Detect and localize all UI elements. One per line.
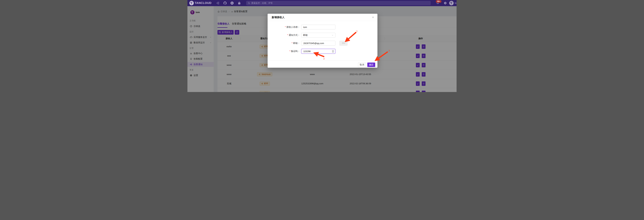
email-field [301,41,336,46]
lock-icon[interactable] [238,1,241,5]
countdown-button[interactable]: 35s [340,41,348,46]
receiver-name-field [301,25,336,29]
form-row-method: *通知方式： 邮箱 [268,33,336,37]
required-mark: * [292,42,292,44]
modal-title: 新增接收人 [272,14,284,21]
app-root: tom 主导航 仪表盘 监控 应用服务监控 数据库监控 告警 告警中心 告警配置 [188,0,456,92]
cancel-button[interactable]: 取消 [358,63,366,67]
selected-option: 邮箱 [303,34,308,37]
receiver-name-input[interactable] [302,25,335,29]
step-up-icon[interactable]: ▲ [332,50,334,51]
settings-gear-icon[interactable] [444,1,447,5]
notification-badge: 99+ [436,0,442,3]
search-input[interactable] [251,2,429,4]
confirm-button[interactable]: 确定 [367,63,375,67]
required-mark: * [287,34,288,36]
brand-name: TANCLOUD [195,0,212,6]
search-bar [246,1,431,5]
field-label: *验证码： [268,50,300,53]
close-icon[interactable]: ✕ [371,14,375,21]
verify-code-input[interactable] [302,49,335,53]
tancloud-logo [189,1,194,5]
field-label: *通知方式： [268,34,300,37]
navbar-username: tom [455,0,456,6]
form-row-code: *验证码： ▲▼ [268,49,336,54]
search-icon [248,2,250,4]
github-icon[interactable] [224,1,226,5]
modal-header: 新增接收人 ✕ [268,14,378,21]
required-mark: * [285,26,286,28]
verify-code-field: ▲▼ [301,49,336,54]
user-avatar[interactable] [449,1,454,5]
svg-text:G: G [231,2,233,4]
gitee-icon[interactable]: G [230,1,234,5]
form-row-email: *邮箱： 35s [268,41,336,46]
form-row-name: *接收人名称： [268,25,336,29]
required-mark: * [290,50,290,52]
step-down-icon[interactable]: ▼ [332,51,334,53]
notify-method-select[interactable]: 邮箱 [301,33,336,37]
field-label: *邮箱： [268,42,300,45]
chevron-down-icon [332,34,334,36]
number-stepper[interactable]: ▲▼ [332,50,334,53]
add-receiver-modal: 新增接收人 ✕ *接收人名称： *通知方式： 邮箱 *邮箱： 35s *验证码： [268,14,378,68]
menu-fold-icon[interactable] [216,1,219,5]
top-navbar: TANCLOUD G 99+ tom [188,0,456,6]
email-input[interactable] [302,41,335,45]
field-label: *接收人名称： [268,25,300,29]
modal-footer: 取消 确定 [268,60,378,68]
